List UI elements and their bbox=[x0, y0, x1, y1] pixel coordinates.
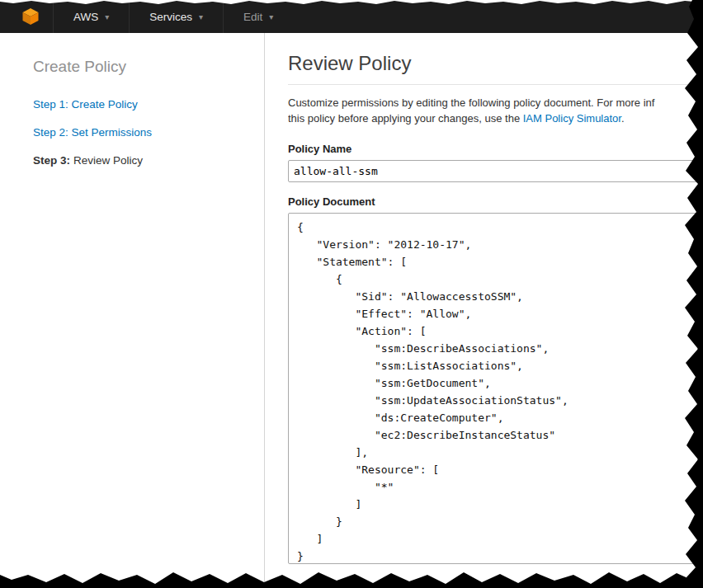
step-2-link[interactable]: Step 2: Set Permissions bbox=[33, 126, 152, 139]
nav-menu-edit[interactable]: Edit ▾ bbox=[223, 0, 293, 33]
sidebar-step-1: Step 1: Create Policy bbox=[33, 98, 264, 111]
top-navbar: AWS ▾ Services ▾ Edit ▾ bbox=[0, 0, 703, 33]
chevron-down-icon: ▾ bbox=[105, 12, 109, 21]
policy-name-label: Policy Name bbox=[288, 143, 703, 155]
description-line-2-suffix: . bbox=[621, 112, 625, 125]
description-line-2-text: this policy before applying your changes… bbox=[288, 112, 523, 125]
sidebar-step-3-current: Step 3:Review Policy bbox=[33, 154, 264, 167]
aws-cube-icon bbox=[21, 7, 40, 26]
nav-menu-edit-label: Edit bbox=[243, 11, 262, 23]
sidebar-step-2: Step 2: Set Permissions bbox=[33, 126, 264, 139]
iam-policy-simulator-link[interactable]: IAM Policy Simulator bbox=[523, 112, 621, 125]
wizard-title: Create Policy bbox=[33, 58, 264, 76]
policy-name-input[interactable] bbox=[288, 160, 698, 182]
title-divider bbox=[288, 84, 703, 85]
description-line-1: Customize permissions by editing the fol… bbox=[288, 95, 703, 111]
nav-menu-services[interactable]: Services ▾ bbox=[129, 0, 223, 33]
wizard-sidebar: Create Policy Step 1: Create Policy Step… bbox=[0, 33, 264, 588]
aws-logo[interactable] bbox=[0, 0, 53, 33]
aws-console-screenshot: AWS ▾ Services ▾ Edit ▾ Create Policy St… bbox=[0, 0, 703, 588]
step-1-link[interactable]: Step 1: Create Policy bbox=[33, 98, 138, 111]
policy-document-textarea[interactable]: { "Version": "2012-10-17", "Statement": … bbox=[288, 213, 698, 564]
nav-menu-services-label: Services bbox=[149, 11, 192, 23]
main-content: Review Policy Customize permissions by e… bbox=[264, 33, 703, 588]
policy-document-label: Policy Document bbox=[288, 195, 703, 208]
page-title: Review Policy bbox=[288, 53, 703, 74]
chevron-down-icon: ▾ bbox=[269, 12, 273, 21]
step-3-label: Review Policy bbox=[73, 154, 143, 167]
chevron-down-icon: ▾ bbox=[199, 12, 203, 21]
page-body: Create Policy Step 1: Create Policy Step… bbox=[0, 33, 703, 588]
nav-menu-aws-label: AWS bbox=[73, 11, 98, 23]
description-line-2: this policy before applying your changes… bbox=[288, 111, 703, 126]
step-3-prefix: Step 3: bbox=[33, 154, 70, 167]
nav-menu-aws[interactable]: AWS ▾ bbox=[53, 0, 129, 33]
